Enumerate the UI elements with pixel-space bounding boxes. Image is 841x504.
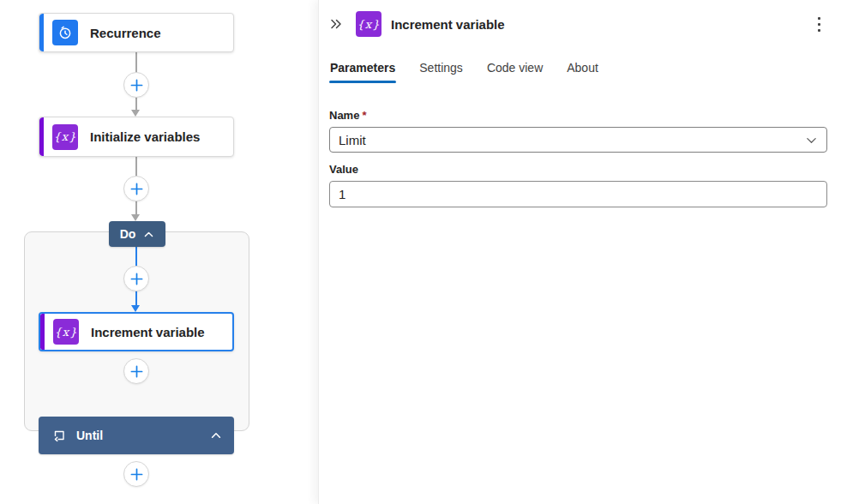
insert-step-button[interactable] [123,176,149,201]
name-dropdown[interactable]: Limit [329,127,827,153]
connector-arrow [131,110,140,117]
variable-icon: {x} [53,319,79,345]
name-field-label: Name* [329,109,827,122]
node-label: Initialize variables [90,129,200,144]
value-input[interactable] [329,181,827,207]
chevron-down-icon [805,134,818,147]
node-accent-bar [40,314,45,350]
node-accent-bar [39,14,44,51]
parameters-form: Name* Limit Value [319,83,841,207]
panel-title: Increment variable [391,17,505,32]
do-until-loop-icon [52,429,66,442]
tab-settings[interactable]: Settings [418,56,464,83]
node-label: Increment variable [91,325,205,339]
node-initialize-variables[interactable]: {x} Initialize variables [39,117,234,157]
variable-icon: {x} [356,11,381,37]
variable-icon: {x} [52,124,78,150]
kebab-menu-icon[interactable] [808,13,829,35]
chevron-up-icon[interactable] [210,429,222,441]
chevron-up-icon[interactable] [143,229,154,240]
details-panel: {x} Increment variable Parameters Settin… [318,0,841,504]
node-label: Recurrence [90,26,161,40]
do-scope-label: Do [120,227,136,241]
node-recurrence[interactable]: Recurrence [39,13,234,52]
do-scope-header[interactable]: Do [109,221,165,247]
value-field-label: Value [329,163,827,176]
clock-icon [52,20,78,45]
name-dropdown-value: Limit [339,133,366,147]
node-increment-variable[interactable]: {x} Increment variable [39,312,234,351]
flow-canvas[interactable]: Recurrence {x} Initialize variables Do [0,0,318,504]
tab-code-view[interactable]: Code view [486,56,544,83]
connector-arrow [131,214,140,221]
insert-step-button[interactable] [123,72,149,98]
tab-parameters[interactable]: Parameters [329,56,396,83]
insert-step-button[interactable] [123,358,149,384]
panel-tabs: Parameters Settings Code view About [329,56,841,83]
insert-step-button[interactable] [123,461,149,487]
until-scope-label: Until [76,429,103,442]
required-marker: * [362,109,366,122]
collapse-panel-button[interactable] [326,14,346,34]
insert-step-button[interactable] [123,266,149,291]
flow-designer: Recurrence {x} Initialize variables Do [0,0,841,504]
connector-arrow-active [131,305,140,312]
node-accent-bar [39,117,44,156]
until-scope-header[interactable]: Until [39,417,234,454]
panel-header: {x} Increment variable [319,0,841,37]
tab-about[interactable]: About [566,56,599,83]
